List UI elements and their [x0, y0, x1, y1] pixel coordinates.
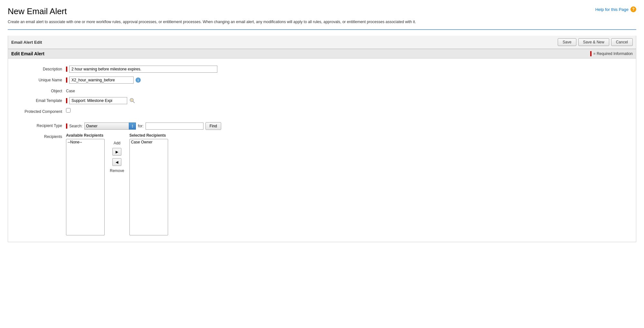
recipient-type-required [66, 123, 67, 129]
available-recipients-label: Available Recipients [66, 133, 105, 138]
page-title: New Email Alert [8, 6, 67, 16]
page-description: Create an email alert to associate with … [8, 19, 636, 30]
section-header: Edit Email Alert = Required Information [8, 49, 636, 59]
recipient-type-field: Search: Owner for: Find [66, 122, 630, 130]
description-label: Description [14, 66, 66, 71]
recipients-row: Recipients Available Recipients --None--… [8, 132, 636, 237]
remove-button[interactable]: ◀ [112, 158, 121, 166]
email-template-row: Email Template [8, 95, 636, 106]
selected-recipients-container: Selected Recipients Case Owner [129, 133, 168, 235]
selected-recipients-list[interactable]: Case Owner [129, 139, 168, 235]
search-label: Search: [69, 124, 82, 128]
description-row: Description [8, 64, 636, 75]
email-template-label: Email Template [14, 97, 66, 103]
unique-name-row: Unique Name i [8, 75, 636, 86]
svg-point-2 [131, 99, 133, 101]
save-button[interactable]: Save [558, 38, 576, 46]
transfer-buttons: Add ▶ ◀ Remove [105, 141, 129, 173]
search-select-wrapper: Owner [84, 123, 136, 130]
object-value: Case [66, 87, 75, 93]
selected-recipients-label: Selected Recipients [129, 133, 168, 138]
toolbar: Email Alert Edit Save Save & New Cancel [8, 36, 636, 49]
toolbar-buttons: Save Save & New Cancel [558, 38, 633, 46]
recipients-boxes: Available Recipients --None-- Add ▶ ◀ Re… [66, 133, 168, 235]
protected-component-label: Protected Component [14, 108, 66, 114]
unique-name-required [66, 77, 67, 83]
list-item[interactable]: --None-- [66, 139, 104, 145]
for-label: for: [138, 124, 143, 128]
email-template-input[interactable] [69, 97, 127, 104]
email-template-required [66, 98, 67, 103]
object-field: Case [66, 87, 630, 93]
required-bar-icon [590, 51, 592, 56]
available-recipients-container: Available Recipients --None-- [66, 133, 105, 235]
remove-label: Remove [110, 169, 124, 173]
toolbar-title: Email Alert Edit [11, 40, 42, 45]
recipient-type-label: Recipient Type [14, 122, 66, 128]
protected-component-row: Protected Component [8, 106, 636, 116]
help-link[interactable]: Help for this Page ? [595, 6, 636, 12]
available-recipients-list[interactable]: --None-- [66, 139, 105, 235]
recipient-type-row: Recipient Type Search: Owner for: Find [8, 120, 636, 132]
section-title: Edit Email Alert [11, 51, 44, 56]
description-input[interactable] [69, 66, 217, 73]
email-template-field [66, 97, 630, 104]
add-label: Add [114, 141, 120, 145]
object-row: Object Case [8, 86, 636, 95]
add-button[interactable]: ▶ [112, 148, 121, 156]
recipient-type-select[interactable]: Owner [84, 123, 136, 130]
required-legend: = Required Information [590, 51, 633, 56]
list-item[interactable]: Case Owner [130, 139, 168, 145]
for-input[interactable] [146, 123, 204, 130]
help-icon: ? [630, 6, 636, 12]
object-label: Object [14, 87, 66, 93]
protected-component-field [66, 108, 630, 113]
description-required [66, 67, 67, 72]
protected-component-checkbox[interactable] [66, 108, 71, 113]
cancel-button[interactable]: Cancel [611, 38, 633, 46]
description-field [66, 66, 630, 73]
required-legend-text: = Required Information [593, 51, 633, 56]
svg-line-1 [133, 101, 135, 103]
unique-name-label: Unique Name [14, 77, 66, 82]
unique-name-info-icon[interactable]: i [136, 77, 141, 83]
email-template-lookup-icon[interactable] [129, 97, 136, 104]
save-new-button[interactable]: Save & New [578, 38, 609, 46]
form-area: Description Unique Name i Object Case Em [8, 59, 636, 242]
recipients-label: Recipients [14, 133, 66, 139]
unique-name-field: i [66, 77, 630, 84]
find-button[interactable]: Find [205, 122, 221, 130]
unique-name-input[interactable] [69, 77, 134, 84]
help-link-text: Help for this Page [595, 7, 629, 12]
